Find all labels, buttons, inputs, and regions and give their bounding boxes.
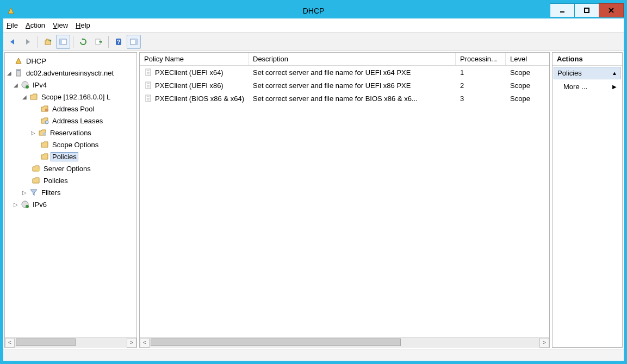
window-title: DHCP <box>303 7 325 15</box>
server-icon <box>14 68 23 77</box>
list-row[interactable]: PXEClient (BIOS x86 & x64) Set correct s… <box>140 92 549 105</box>
tree-filters[interactable]: ▷ Filters <box>5 186 136 198</box>
tree-server-options[interactable]: Server Options <box>5 162 136 174</box>
col-policy-name[interactable]: Policy Name <box>140 53 249 65</box>
tree-scope-policies[interactable]: Policies <box>5 150 136 162</box>
list-row[interactable]: PXEClient (UEFI x86) Set correct server … <box>140 79 549 92</box>
tree-hscroll[interactable]: < > <box>5 337 136 347</box>
tree-scope[interactable]: ◢ Scope [192.168.0.0] L <box>5 91 136 103</box>
menu-action[interactable]: Action <box>26 21 45 29</box>
close-button[interactable] <box>599 3 624 17</box>
maximize-button[interactable] <box>574 3 599 17</box>
list-pane: Policy Name Description Processin... Lev… <box>139 52 550 348</box>
svg-rect-16 <box>45 109 48 111</box>
tree-address-leases[interactable]: Address Leases <box>5 115 136 127</box>
filters-icon <box>29 188 39 197</box>
chevron-right-icon: ▶ <box>612 84 617 90</box>
svg-rect-1 <box>585 8 589 12</box>
statusbar <box>3 349 624 361</box>
toolbar-separator <box>38 36 38 48</box>
folder-icon <box>29 92 39 101</box>
scope-options-icon <box>40 140 49 149</box>
actions-more[interactable]: More ... ▶ <box>552 80 622 93</box>
minimize-button[interactable] <box>550 3 575 17</box>
ipv4-icon <box>20 80 30 89</box>
col-level[interactable]: Level <box>506 53 549 65</box>
collapse-icon[interactable]: ▲ <box>612 70 617 76</box>
svg-point-19 <box>36 168 40 172</box>
svg-rect-4 <box>45 41 51 45</box>
show-hide-tree-button[interactable] <box>56 35 70 49</box>
tree[interactable]: ▷ DHCP ◢ dc02.adventuresinsysctr.net ◢ I… <box>5 53 136 337</box>
svg-rect-18 <box>43 133 46 135</box>
svg-point-21 <box>26 205 29 208</box>
policies-icon <box>40 152 49 161</box>
tree-server[interactable]: ◢ dc02.adventuresinsysctr.net <box>5 67 136 79</box>
toolbar-separator <box>73 36 73 48</box>
server-options-icon <box>31 164 41 173</box>
col-processing[interactable]: Processin... <box>456 53 506 65</box>
toolbar-separator <box>108 36 109 48</box>
tree-address-pool[interactable]: Address Pool <box>5 103 136 115</box>
app-icon <box>7 7 15 15</box>
toolbar: ? <box>3 33 624 51</box>
up-button[interactable] <box>41 35 55 49</box>
content-area: ▷ DHCP ◢ dc02.adventuresinsysctr.net ◢ I… <box>3 51 624 349</box>
svg-rect-11 <box>135 39 137 45</box>
policy-icon <box>144 81 153 90</box>
actions-group-policies[interactable]: Policies ▲ <box>554 67 621 79</box>
policies-icon <box>31 176 41 185</box>
policy-icon <box>144 94 153 103</box>
actions-pane: Actions Policies ▲ More ... ▶ <box>552 52 623 348</box>
address-pool-icon <box>40 104 49 113</box>
scroll-right-icon[interactable]: > <box>127 338 136 348</box>
list-header[interactable]: Policy Name Description Processin... Lev… <box>140 53 549 66</box>
forward-button[interactable] <box>21 35 35 49</box>
tree-ipv4[interactable]: ◢ IPv4 <box>5 79 136 91</box>
menu-view[interactable]: View <box>53 21 68 29</box>
list-hscroll[interactable]: < > <box>140 337 549 347</box>
col-description[interactable]: Description <box>249 53 456 65</box>
reservations-icon <box>38 128 47 137</box>
tree-server-policies[interactable]: Policies <box>5 174 136 186</box>
dhcp-mmc-window: DHCP File Action View Help ? ▷ <box>0 0 627 364</box>
window-controls <box>550 3 624 18</box>
scroll-right-icon[interactable]: > <box>539 338 549 348</box>
svg-rect-13 <box>17 70 20 71</box>
scroll-left-icon[interactable]: < <box>5 338 15 348</box>
tree-ipv6[interactable]: ▷ IPv6 <box>5 198 136 210</box>
tree-reservations[interactable]: ▷ Reservations <box>5 127 136 139</box>
list-body[interactable]: PXEClient (UEFI x64) Set correct server … <box>140 66 549 337</box>
scroll-left-icon[interactable]: < <box>140 338 150 348</box>
ipv6-icon <box>20 200 30 209</box>
svg-point-17 <box>45 121 48 124</box>
tree-scope-options[interactable]: Scope Options <box>5 139 136 150</box>
menubar: File Action View Help <box>3 18 624 33</box>
list-row[interactable]: PXEClient (UEFI x64) Set correct server … <box>140 66 549 79</box>
actions-header: Actions <box>552 53 622 66</box>
help-button[interactable]: ? <box>111 35 126 49</box>
export-list-button[interactable] <box>91 35 105 49</box>
svg-text:?: ? <box>117 39 120 45</box>
refresh-button[interactable] <box>76 35 90 49</box>
tree-pane: ▷ DHCP ◢ dc02.adventuresinsysctr.net ◢ I… <box>4 52 137 348</box>
address-leases-icon <box>40 116 49 125</box>
menu-help[interactable]: Help <box>76 21 90 29</box>
back-button[interactable] <box>5 35 20 49</box>
svg-rect-6 <box>60 39 62 45</box>
menu-file[interactable]: File <box>7 21 18 29</box>
policy-icon <box>144 68 153 77</box>
show-hide-actions-button[interactable] <box>127 35 141 49</box>
titlebar[interactable]: DHCP <box>3 3 624 18</box>
dhcp-icon <box>14 57 23 65</box>
tree-root-dhcp[interactable]: ▷ DHCP <box>5 55 136 67</box>
svg-point-15 <box>26 85 29 89</box>
